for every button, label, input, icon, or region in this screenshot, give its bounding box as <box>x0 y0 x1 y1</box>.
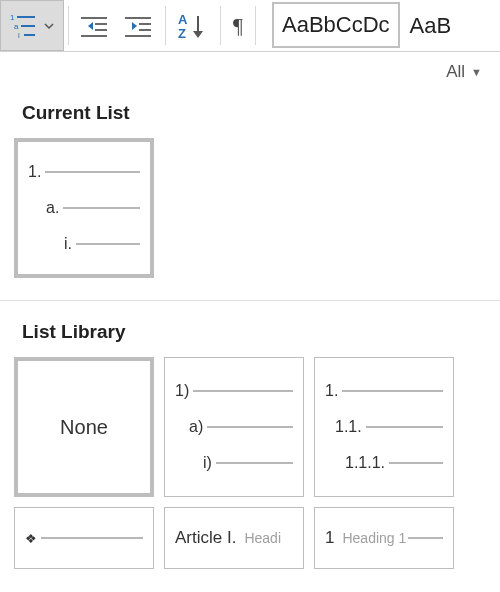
diamond-icon: ❖ <box>25 531 37 546</box>
level-line <box>216 462 293 464</box>
style-preview-label: AaB <box>410 13 452 39</box>
svg-text:Z: Z <box>178 26 186 40</box>
level3-prefix: i) <box>203 454 212 472</box>
dropdown-caret-icon <box>44 13 54 39</box>
divider <box>0 300 500 301</box>
level-line <box>408 537 443 539</box>
heading-text: Heading 1 <box>342 530 406 546</box>
level-line <box>41 537 143 539</box>
separator <box>220 6 221 45</box>
multilevel-list-icon: 1 a i <box>10 13 40 39</box>
current-list-gallery: 1. a. i. <box>0 138 500 278</box>
list-thumb-article[interactable]: Article I. Headi <box>164 507 304 569</box>
list-thumb-none[interactable]: None <box>14 357 154 497</box>
heading-number: 1 <box>325 528 334 548</box>
style-preview-normal[interactable]: AaBbCcDc <box>272 2 400 48</box>
svg-rect-10 <box>81 35 107 37</box>
list-library-gallery: None 1) a) i) 1. 1.1. 1.1.1. ❖ Article I… <box>0 357 500 569</box>
section-title-current: Current List <box>0 88 500 138</box>
level-line <box>207 426 293 428</box>
level-line <box>366 426 443 428</box>
svg-rect-1 <box>17 16 35 18</box>
list-thumb-heading[interactable]: 1 Heading 1 <box>314 507 454 569</box>
level3-prefix: 1.1.1. <box>345 454 385 472</box>
level-line <box>389 462 443 464</box>
level1-prefix: 1. <box>325 382 338 400</box>
svg-marker-19 <box>193 31 203 38</box>
svg-rect-9 <box>95 29 107 31</box>
style-preview-partial[interactable]: AaB <box>400 0 452 51</box>
level-line <box>342 390 443 392</box>
list-thumb-paren[interactable]: 1) a) i) <box>164 357 304 497</box>
pilcrow-icon: ¶ <box>233 13 243 39</box>
svg-rect-15 <box>125 35 151 37</box>
svg-marker-11 <box>132 22 137 30</box>
level3-prefix: i. <box>64 235 72 253</box>
separator <box>255 6 256 45</box>
svg-rect-12 <box>125 17 151 19</box>
svg-text:a: a <box>14 22 19 31</box>
svg-rect-8 <box>95 23 107 25</box>
chevron-down-icon: ▼ <box>471 66 482 78</box>
sort-button[interactable]: A Z <box>170 0 216 51</box>
sort-icon: A Z <box>178 12 208 40</box>
level-line <box>193 390 293 392</box>
svg-rect-7 <box>81 17 107 19</box>
multilevel-list-gallery: All ▼ Current List 1. a. i. List Library… <box>0 52 500 569</box>
decrease-indent-icon <box>81 13 109 39</box>
show-marks-button[interactable]: ¶ <box>225 0 251 51</box>
svg-text:i: i <box>18 31 20 39</box>
style-preview-label: AaBbCcDc <box>282 12 390 38</box>
gallery-filter-dropdown[interactable]: All ▼ <box>0 52 500 88</box>
article-heading-text: Headi <box>244 530 281 546</box>
level1-prefix: 1. <box>28 163 41 181</box>
increase-indent-button[interactable] <box>117 0 161 51</box>
gallery-filter-label: All <box>446 62 465 82</box>
decrease-indent-button[interactable] <box>73 0 117 51</box>
svg-rect-14 <box>139 29 151 31</box>
ribbon: 1 a i A Z <box>0 0 500 52</box>
level2-prefix: a. <box>46 199 59 217</box>
article-prefix: Article I. <box>175 528 236 548</box>
svg-text:1: 1 <box>10 13 15 22</box>
svg-rect-5 <box>24 34 35 36</box>
separator <box>68 6 69 45</box>
level2-prefix: 1.1. <box>335 418 362 436</box>
section-title-library: List Library <box>0 307 500 357</box>
separator <box>165 6 166 45</box>
increase-indent-icon <box>125 13 153 39</box>
level-line <box>45 171 140 173</box>
level2-prefix: a) <box>189 418 203 436</box>
svg-rect-13 <box>139 23 151 25</box>
list-thumb-current[interactable]: 1. a. i. <box>14 138 154 278</box>
level-line <box>63 207 140 209</box>
list-thumb-bullet[interactable]: ❖ <box>14 507 154 569</box>
svg-text:A: A <box>178 12 188 27</box>
none-label: None <box>28 416 140 439</box>
svg-marker-6 <box>88 22 93 30</box>
level-line <box>76 243 140 245</box>
svg-rect-3 <box>21 25 35 27</box>
list-thumb-numeric[interactable]: 1. 1.1. 1.1.1. <box>314 357 454 497</box>
multilevel-list-button[interactable]: 1 a i <box>0 0 64 51</box>
level1-prefix: 1) <box>175 382 189 400</box>
